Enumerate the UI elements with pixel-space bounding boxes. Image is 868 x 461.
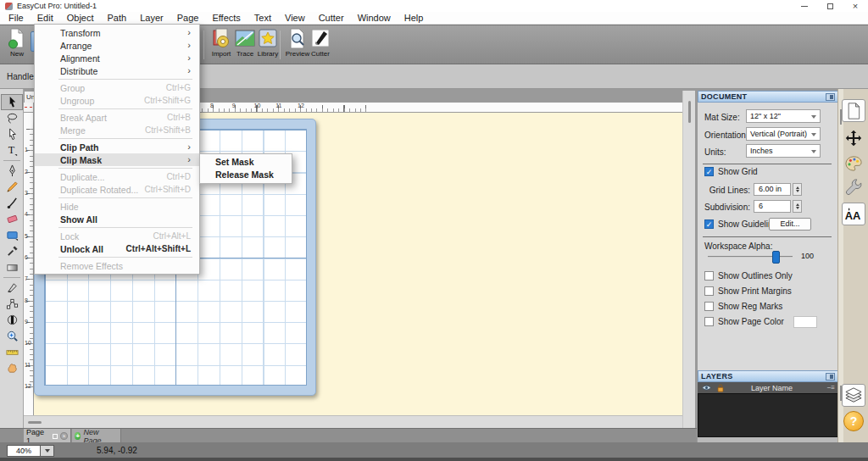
menu-edit[interactable]: Edit bbox=[31, 12, 60, 25]
document-panel-icon[interactable] bbox=[842, 99, 865, 122]
document-panel-header[interactable]: DOCUMENT bbox=[698, 91, 838, 103]
trace-button[interactable]: Trace bbox=[232, 28, 258, 64]
visibility-eye-icon[interactable] bbox=[701, 383, 712, 392]
subdivision-input[interactable]: 6 bbox=[754, 200, 791, 213]
palette-panel-icon[interactable] bbox=[842, 152, 865, 175]
shortcut-label: Ctrl+Alt+Shift+L bbox=[126, 244, 191, 253]
scrollbar-thumb[interactable] bbox=[28, 421, 42, 424]
menu-cutter[interactable]: Cutter bbox=[312, 12, 351, 25]
menu-item-unlock-all[interactable]: Unlock AllCtrl+Alt+Shift+L bbox=[35, 242, 199, 255]
menu-item-arrange[interactable]: Arrange› bbox=[35, 39, 199, 52]
library-icon bbox=[258, 28, 278, 50]
zoom-tool[interactable] bbox=[1, 328, 23, 344]
workspace-alpha-label: Workspace Alpha: bbox=[704, 242, 772, 251]
ruler-number: 9 bbox=[25, 319, 28, 325]
page-tab-active[interactable]: Page 1 × bbox=[24, 429, 71, 443]
mat-size-select[interactable]: 12" x 12" bbox=[746, 109, 821, 123]
layers-panel-icon[interactable] bbox=[842, 384, 865, 407]
menu-text[interactable]: Text bbox=[248, 12, 278, 25]
horizontal-scrollbar[interactable] bbox=[24, 415, 695, 428]
tools-panel-icon[interactable] bbox=[842, 175, 865, 198]
show-print-margins-checkbox[interactable] bbox=[704, 286, 714, 296]
workspace-alpha-slider-thumb[interactable] bbox=[772, 251, 780, 264]
menu-path[interactable]: Path bbox=[101, 12, 134, 25]
page-color-swatch[interactable] bbox=[793, 316, 817, 328]
vertical-scrollbar[interactable] bbox=[682, 91, 695, 428]
import-icon bbox=[211, 28, 231, 50]
menu-object[interactable]: Object bbox=[60, 12, 101, 25]
show-page-color-checkbox[interactable] bbox=[704, 317, 714, 326]
workspace-alpha-slider-track[interactable] bbox=[708, 256, 793, 258]
rectangle-tool[interactable] bbox=[1, 227, 23, 243]
new-page-tab[interactable]: + New Page... bbox=[72, 429, 121, 443]
menu-item-distribute[interactable]: Distribute› bbox=[35, 64, 199, 77]
select-tool[interactable] bbox=[1, 94, 23, 110]
minimize-icon[interactable] bbox=[792, 0, 817, 12]
menu-item-transform[interactable]: Transform› bbox=[35, 26, 199, 39]
eyedropper-icon bbox=[6, 245, 19, 258]
move-panel-icon[interactable] bbox=[842, 126, 865, 149]
gradient-tool[interactable] bbox=[1, 259, 23, 275]
menu-file[interactable]: File bbox=[2, 12, 31, 25]
lasso-tool[interactable] bbox=[1, 110, 23, 126]
zoom-dropdown-icon[interactable] bbox=[40, 445, 54, 457]
show-outlines-only-checkbox[interactable] bbox=[704, 271, 714, 280]
new-button[interactable]: New bbox=[4, 28, 30, 64]
pencil-tool[interactable] bbox=[1, 179, 23, 195]
eyedropper-tool[interactable] bbox=[1, 243, 23, 259]
pen-tool[interactable] bbox=[1, 163, 23, 179]
brush-tool[interactable] bbox=[1, 195, 23, 211]
menu-item-clip-mask[interactable]: Clip Mask› bbox=[35, 153, 199, 166]
panel-collapse-icon[interactable] bbox=[826, 93, 835, 101]
node-edit-tool[interactable] bbox=[1, 296, 23, 312]
show-grid-checkbox[interactable] bbox=[704, 167, 714, 176]
menu-view[interactable]: View bbox=[278, 12, 312, 25]
menu-item-clip-path[interactable]: Clip Path› bbox=[35, 141, 199, 153]
mask-tool[interactable] bbox=[1, 312, 23, 328]
pencil-icon bbox=[6, 181, 19, 193]
menu-effects[interactable]: Effects bbox=[205, 12, 247, 25]
measure-tool[interactable] bbox=[1, 344, 23, 360]
show-guidelines-checkbox[interactable] bbox=[704, 219, 714, 229]
edit-guidelines-button[interactable]: Edit... bbox=[769, 218, 811, 230]
shortcut-label: Ctrl+Shift+D bbox=[145, 185, 191, 194]
help-icon[interactable]: ? bbox=[843, 411, 864, 431]
layers-list[interactable] bbox=[698, 393, 838, 437]
lasso-icon bbox=[6, 112, 19, 125]
show-reg-marks-checkbox[interactable] bbox=[704, 302, 714, 311]
svg-text:AA: AA bbox=[845, 209, 861, 222]
fonts-panel-icon[interactable]: AA bbox=[842, 203, 865, 225]
direct-select-tool[interactable] bbox=[1, 126, 23, 142]
subdivision-spinner[interactable] bbox=[793, 200, 802, 213]
hand-tool[interactable] bbox=[1, 360, 23, 376]
menu-help[interactable]: Help bbox=[398, 12, 431, 25]
layer-options-icon[interactable]: −≡ bbox=[827, 384, 835, 392]
preview-button[interactable]: Preview bbox=[285, 28, 310, 64]
units-select[interactable]: Inches bbox=[746, 144, 821, 158]
close-page-icon[interactable]: × bbox=[60, 432, 68, 440]
layers-panel-header[interactable]: LAYERS bbox=[698, 370, 838, 382]
submenu-item-set-mask[interactable]: Set Mask bbox=[200, 156, 292, 169]
submenu-arrow-icon: › bbox=[187, 155, 191, 164]
close-icon[interactable] bbox=[843, 0, 868, 12]
orientation-select[interactable]: Vertical (Portrait) bbox=[746, 127, 821, 141]
grid-lines-spinner[interactable] bbox=[793, 183, 802, 196]
menu-layer[interactable]: Layer bbox=[133, 12, 170, 25]
knife-tool[interactable] bbox=[1, 280, 23, 296]
grid-lines-input[interactable]: 6.00 in bbox=[754, 183, 791, 196]
text-tool[interactable]: T bbox=[1, 142, 23, 158]
cutter-button[interactable]: Cutter bbox=[308, 28, 333, 64]
submenu-item-release-mask[interactable]: Release Mask bbox=[200, 169, 292, 181]
lock-icon[interactable] bbox=[715, 383, 726, 393]
restore-icon[interactable] bbox=[817, 0, 843, 12]
menu-item-alignment[interactable]: Alignment› bbox=[35, 52, 199, 64]
library-button[interactable]: Library bbox=[255, 28, 281, 64]
zoom-level-value[interactable]: 40% bbox=[7, 445, 41, 457]
scrollbar-thumb[interactable] bbox=[688, 101, 691, 123]
import-button[interactable]: Import bbox=[209, 28, 234, 64]
menu-page[interactable]: Page bbox=[170, 12, 206, 25]
panel-collapse-icon[interactable] bbox=[826, 373, 835, 380]
menu-window[interactable]: Window bbox=[351, 12, 398, 25]
menu-item-show-all[interactable]: Show All bbox=[35, 213, 199, 225]
eraser-tool[interactable] bbox=[1, 211, 23, 227]
